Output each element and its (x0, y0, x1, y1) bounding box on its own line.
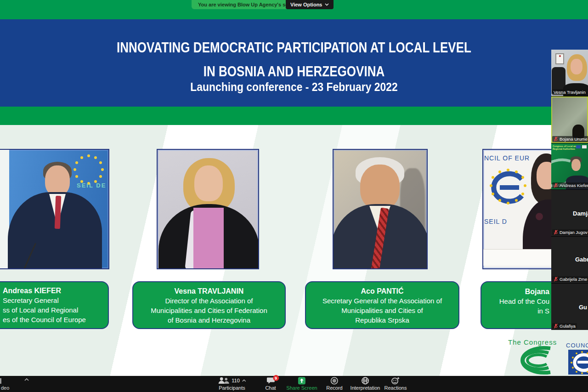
participants-video-panel: Vesna Travljanin Bojana Urume Congress o… (551, 50, 588, 330)
slide-green-stripe (0, 107, 588, 125)
interpretation-globe-icon (361, 377, 369, 385)
share-screen-button[interactable]: Share Screen (286, 376, 317, 392)
participant-name-label: Damjan Jugov (552, 229, 588, 235)
photo-backdrop-text: NCIL OF EUR (484, 154, 530, 162)
speaker-photo-andreas-kiefer: SEIL DE AN OF RIGHTS RACY (0, 149, 109, 269)
speaker-role-line: Head of the Cou (484, 296, 549, 306)
speaker-name: Bojana (484, 287, 549, 296)
video-tile-vesna-travljanin[interactable]: Vesna Travljanin (551, 50, 588, 96)
speaker-name: Aco PANTIĆ (308, 286, 457, 296)
muted-mic-icon (554, 324, 558, 329)
slide-subtitle-date: Launching conference - 23 February 2022 (35, 80, 553, 94)
reactions-smiley-icon (391, 377, 400, 385)
participant-name-label: Bojana Urume (552, 136, 588, 142)
chat-button[interactable]: 9 Chat (265, 376, 276, 392)
speaker-role-line: in S (484, 306, 549, 316)
name-tile-gabrijela[interactable]: Gabri Gabrijela Zrne (551, 237, 588, 283)
chat-label: Chat (265, 385, 276, 391)
speaker-role-line: Secretary General (3, 295, 104, 305)
video-tile-bojana-active-speaker[interactable]: Bojana Urume (551, 97, 588, 143)
participant-face (571, 59, 582, 74)
name-tile-damjan[interactable]: Damjan Damjan Jugov (551, 190, 588, 236)
wall-frame (555, 53, 564, 64)
participants-chevron-icon[interactable] (242, 379, 246, 382)
portrait-tie (55, 196, 62, 229)
share-screen-icon (298, 377, 305, 385)
speaker-role-line: Director of the Association of (135, 296, 283, 306)
meeting-toolbar: deo 110 Participants (0, 376, 588, 392)
photo-backdrop-text: SEIL DE (77, 182, 106, 189)
speaker-photo-aco-pantic (333, 149, 428, 269)
share-screen-label: Share Screen (286, 385, 317, 391)
video-options-chevron-icon[interactable] (24, 378, 29, 381)
congress-logo-label: The Congress (508, 338, 557, 346)
portrait-face (360, 165, 400, 210)
participant-name-label: Andreas Kiefer (552, 182, 588, 188)
council-of-europe-label: COUNCIL (566, 342, 588, 349)
display-name-text: Damjan (573, 210, 588, 217)
record-button[interactable]: Record (326, 376, 342, 392)
speaker-name: Andreas KIEFER (3, 286, 104, 295)
display-name-text: Gabri (575, 256, 588, 263)
chevron-down-icon (325, 3, 329, 6)
participants-icon (218, 377, 230, 384)
stop-video-label-fragment[interactable]: deo (1, 385, 9, 391)
reactions-button[interactable]: Reactions (384, 376, 407, 392)
eu-stars-circle-icon (72, 153, 106, 187)
participant-name-text: Gulafiya (560, 324, 576, 329)
participant-name-text: Vesna Travljanin (554, 90, 586, 95)
photo-backdrop-text: SEIL D (484, 218, 507, 225)
portrait-face (45, 165, 70, 196)
slide-title-line2: IN BOSNIA AND HERZEGOVINA (47, 63, 541, 80)
slide-title-header: INNOVATING DEMOCRATIC PARTICIPATION AT L… (0, 19, 588, 107)
slide-title-line1: INNOVATING DEMOCRATIC PARTICIPATION AT L… (47, 40, 541, 56)
record-label: Record (326, 385, 342, 391)
muted-mic-icon (554, 230, 558, 235)
speaker-photo-vesna-travljanin (157, 149, 259, 269)
interpretation-button[interactable]: Interpretation (351, 376, 380, 392)
participant-name-text: Bojana Urume (560, 136, 588, 142)
participant-face (571, 159, 581, 171)
portrait-blouse (193, 208, 224, 269)
congress-arcs-icon (503, 346, 552, 375)
speaker-role-line: Secretary General of the Association of (308, 296, 457, 306)
muted-mic-icon (554, 136, 558, 142)
name-tile-gulafiya[interactable]: Gu Gulafiya (551, 284, 588, 330)
speaker-role-line: ss of Local and Regional (3, 305, 104, 315)
interpretation-label: Interpretation (351, 385, 380, 391)
muted-mic-icon (554, 277, 558, 282)
congress-backdrop-text: Congress of Local and Regional Authoriti… (553, 145, 577, 150)
chat-unread-badge: 9 (273, 375, 279, 381)
backdrop-flags (582, 145, 587, 148)
speaker-plate-andreas-kiefer: Andreas KIEFER Secretary General ss of L… (0, 281, 109, 329)
zoom-meeting-window: INNOVATING DEMOCRATIC PARTICIPATION AT L… (0, 0, 588, 392)
video-tile-andreas-kiefer[interactable]: Congress of Local and Regional Authoriti… (551, 143, 588, 190)
council-of-europe-e-logo (486, 165, 530, 210)
record-icon (331, 377, 339, 385)
speaker-role-line: Municipalities and Cities of Federation (135, 306, 283, 315)
portrait-face (194, 165, 223, 201)
council-of-europe-logo (568, 350, 588, 375)
speaker-role-line: Republika Srpska (308, 315, 457, 325)
reactions-label: Reactions (384, 385, 407, 391)
speaker-role-line: es of the Council of Europe (3, 315, 104, 324)
speaker-role-line: of Bosnia and Herzegovina (135, 315, 283, 325)
speaker-plate-aco-pantic: Aco PANTIĆ Secretary General of the Asso… (305, 281, 459, 329)
view-options-button[interactable]: View Options (286, 0, 334, 9)
speaker-name: Vesna TRAVLJANIN (135, 286, 283, 296)
participant-name-text: Damjan Jugov (560, 230, 588, 235)
muted-mic-icon (554, 183, 558, 188)
participant-name-label: Gulafiya (552, 323, 577, 329)
participants-button[interactable]: 110 Participants (218, 376, 246, 392)
participants-count: 110 (232, 378, 240, 383)
stop-video-icon-cut (0, 378, 1, 384)
display-name-text: Gu (579, 304, 587, 311)
view-options-label: View Options (290, 2, 322, 7)
speaker-plate-vesna-travljanin: Vesna TRAVLJANIN Director of the Associa… (132, 281, 286, 329)
participants-label: Participants (219, 385, 245, 391)
participant-name-label: Vesna Travljanin (552, 89, 587, 95)
participant-name-label: Gabrijela Zrne (552, 276, 588, 282)
screen-share-banner-bar: You are viewing Blow Up Agency's screen … (0, 0, 588, 19)
participant-name-text: Gabrijela Zrne (560, 277, 587, 282)
participant-name-text: Andreas Kiefer (560, 183, 588, 188)
